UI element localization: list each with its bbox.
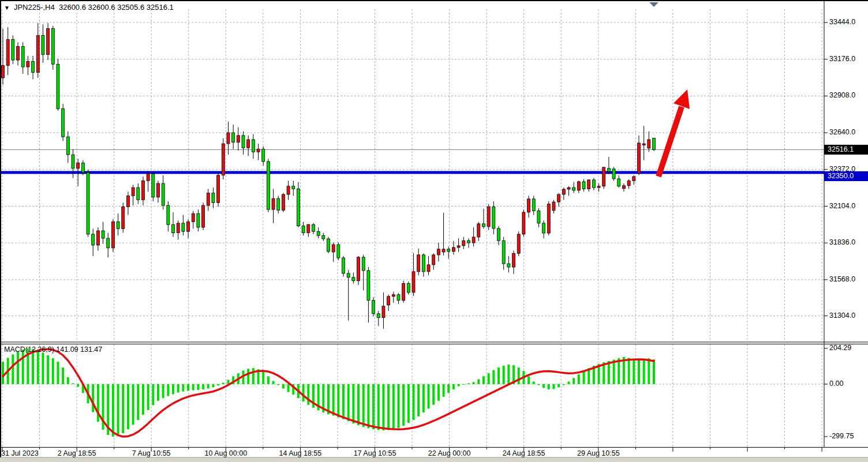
time-axis-label: 14 Aug 18:55 — [279, 449, 322, 457]
time-axis-label: 17 Aug 10:55 — [354, 449, 396, 457]
time-axis-label: 31 Jul 2023 — [1, 449, 39, 457]
time-axis-label: 22 Aug 00:00 — [428, 449, 471, 457]
trading-chart-window: ▼JPN225-,H4 32600.6 32600.6 32505.6 3251… — [0, 0, 868, 462]
level-price-tag: 32350.0 — [824, 171, 868, 181]
chart-shift-marker-icon[interactable] — [649, 2, 659, 7]
time-axis[interactable]: 31 Jul 20232 Aug 18:557 Aug 10:5510 Aug … — [0, 447, 868, 462]
macd-values: 141.09 131.47 — [56, 345, 102, 354]
macd-axis-label: -299.75 — [829, 432, 854, 440]
macd-axis-label: 0.00 — [829, 380, 843, 388]
candlestick-chart-canvas[interactable] — [0, 0, 868, 462]
time-axis-label: 2 Aug 18:55 — [58, 449, 96, 457]
macd-indicator-label: MACD(12,26,9) 141.09 131.47 — [4, 345, 102, 354]
symbol-quote-overlay: ▼JPN225-,H4 32600.6 32600.6 32505.6 3251… — [4, 3, 174, 12]
current-price-tag: 32516.1 — [824, 145, 868, 155]
macd-axis[interactable]: 204.290.00-299.75 — [824, 0, 868, 447]
symbol-dropdown-icon: ▼ — [4, 5, 10, 11]
macd-name: MACD(12,26,9) — [4, 345, 54, 354]
macd-axis-label: 204.29 — [829, 344, 851, 352]
time-axis-label: 10 Aug 00:00 — [204, 449, 247, 457]
symbol-timeframe-label: JPN225-,H4 — [14, 3, 55, 12]
ohlc-values: 32600.6 32600.6 32505.6 32516.1 — [59, 3, 174, 12]
time-axis-label: 29 Aug 10:55 — [577, 449, 620, 457]
time-axis-label: 24 Aug 18:55 — [503, 449, 545, 457]
time-axis-label: 7 Aug 10:55 — [132, 449, 171, 457]
